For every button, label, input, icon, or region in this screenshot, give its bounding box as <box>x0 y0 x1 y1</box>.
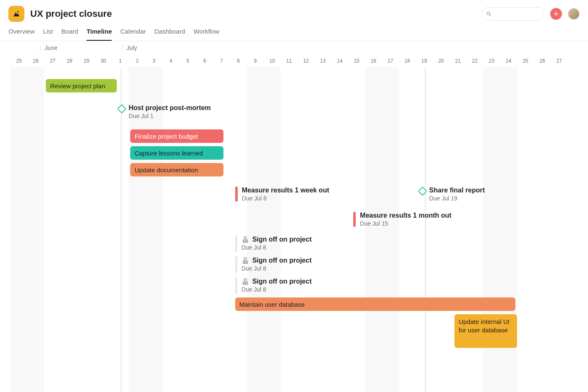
milestone-due: Due Jul 19 <box>429 195 485 202</box>
day-header: 2526272829301234567891011121314151617181… <box>0 56 588 67</box>
svg-point-0 <box>17 11 18 12</box>
task-measure-1mo[interactable]: Measure results 1 month outDue Jul 15 <box>353 212 452 227</box>
day-label: 14 <box>331 58 348 64</box>
day-label: 6 <box>196 58 213 64</box>
approval-signoff-2[interactable]: Sign off on projectDue Jul 8 <box>235 256 312 273</box>
tab-list[interactable]: List <box>43 28 53 41</box>
task-measure-1wk[interactable]: Measure results 1 week outDue Jul 8 <box>235 187 329 202</box>
approval-edge <box>235 256 237 273</box>
day-label: 25 <box>10 58 27 64</box>
search-input[interactable] <box>481 7 544 21</box>
day-label: 7 <box>213 58 230 64</box>
svg-point-1 <box>487 12 490 15</box>
day-label: 25 <box>517 58 534 64</box>
marker-icon <box>353 212 356 227</box>
project-icon <box>8 6 24 22</box>
day-label: 5 <box>179 58 196 64</box>
day-label: 2 <box>129 58 146 64</box>
project-title: UX project closure <box>30 8 112 19</box>
day-label: 20 <box>433 58 449 64</box>
milestone-title: Share final report <box>429 187 485 194</box>
mountain-icon <box>13 10 20 18</box>
stamp-icon <box>242 278 249 285</box>
day-label: 4 <box>163 58 179 64</box>
day-label: 12 <box>298 58 315 64</box>
month-label: July <box>122 45 137 51</box>
task-bar-update-docs[interactable]: Update documentation <box>130 163 223 176</box>
milestone-title: Host project post-mortem <box>129 104 211 112</box>
day-label: 9 <box>247 58 264 64</box>
task-due: Due Jul 15 <box>360 220 452 227</box>
day-label: 15 <box>348 58 365 64</box>
day-label: 22 <box>467 58 483 64</box>
day-label: 11 <box>281 58 297 64</box>
approval-due: Due Jul 8 <box>242 265 312 272</box>
day-label: 28 <box>61 58 78 64</box>
tab-calendar[interactable]: Calendar <box>120 28 146 41</box>
day-label: 17 <box>382 58 399 64</box>
stamp-icon <box>242 236 249 243</box>
approval-signoff-1[interactable]: Sign off on projectDue Jul 8 <box>235 235 312 252</box>
approval-edge <box>235 235 237 252</box>
task-bar-finalize-budget[interactable]: Finalize project budget <box>130 129 223 143</box>
diamond-icon <box>117 104 127 114</box>
marker-icon <box>235 187 238 202</box>
month-labels: JuneJuly <box>0 41 588 56</box>
add-button[interactable] <box>550 8 562 20</box>
svg-line-2 <box>490 15 491 16</box>
approval-signoff-3[interactable]: Sign off on projectDue Jul 8 <box>235 277 312 294</box>
tab-overview[interactable]: Overview <box>8 28 35 41</box>
day-label: 16 <box>365 58 382 64</box>
day-label: 27 <box>551 58 568 64</box>
approval-title: Sign off on project <box>252 278 312 285</box>
timeline[interactable]: JuneJuly 2526272829301234567891011121314… <box>0 41 588 392</box>
milestone-due: Due Jul 1 <box>129 113 211 119</box>
tab-dashboard[interactable]: Dashboard <box>154 28 185 41</box>
day-label: 27 <box>45 58 61 64</box>
approval-title: Sign off on project <box>252 257 312 264</box>
approval-title: Sign off on project <box>252 236 312 243</box>
user-avatar[interactable] <box>568 8 580 20</box>
day-label: 24 <box>500 58 517 64</box>
milestone-post-mortem[interactable]: Host project post-mortemDue Jul 1 <box>118 104 211 119</box>
tab-board[interactable]: Board <box>61 28 78 41</box>
task-title: Measure results 1 month out <box>360 212 452 219</box>
task-bar-review-plan[interactable]: Review project plan <box>46 79 117 92</box>
approval-due: Due Jul 8 <box>242 286 312 293</box>
day-label: 26 <box>27 58 44 64</box>
stamp-icon <box>242 257 249 264</box>
diamond-icon <box>418 187 428 196</box>
search-icon <box>486 11 492 17</box>
task-title: Measure results 1 week out <box>242 187 329 194</box>
day-label: 3 <box>146 58 163 64</box>
approval-edge <box>235 277 237 294</box>
day-label: 19 <box>416 58 433 64</box>
tab-workflow[interactable]: Workflow <box>194 28 219 41</box>
plus-icon <box>553 11 559 17</box>
tabs: Overview List Board Timeline Calendar Da… <box>0 22 588 41</box>
tab-timeline[interactable]: Timeline <box>87 28 112 41</box>
task-bar-update-ui[interactable]: Update internal UI for user database <box>454 314 517 348</box>
approval-due: Due Jul 8 <box>242 244 312 251</box>
day-label: 10 <box>264 58 281 64</box>
day-label: 8 <box>230 58 247 64</box>
day-label: 29 <box>78 58 95 64</box>
day-label: 13 <box>315 58 331 64</box>
day-label: 18 <box>399 58 416 64</box>
day-label: 23 <box>483 58 500 64</box>
header-actions <box>481 7 580 21</box>
task-area: Review project planFinalize project budg… <box>0 67 588 392</box>
day-label: 26 <box>534 58 551 64</box>
task-due: Due Jul 8 <box>242 195 329 202</box>
month-label: June <box>40 45 57 51</box>
day-label: 1 <box>112 58 129 64</box>
milestone-share-report[interactable]: Share final reportDue Jul 19 <box>419 187 485 202</box>
day-label: 30 <box>95 58 112 64</box>
task-bar-capture-lessons[interactable]: Capture lessons learned <box>130 146 223 160</box>
day-label: 21 <box>449 58 466 64</box>
header: UX project closure <box>0 0 588 22</box>
task-bar-maintain-db[interactable]: Maintain user database <box>235 297 515 311</box>
